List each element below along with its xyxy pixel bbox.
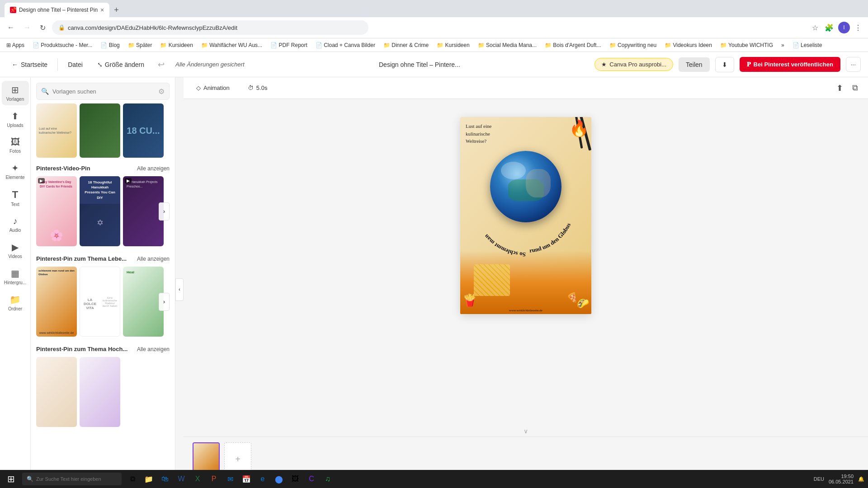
sidebar-item-uploads[interactable]: ⬆ Uploads [2, 107, 29, 131]
design-canvas[interactable]: 🔥 Lust auf eine kulinarische Weltreise? [460, 117, 591, 314]
taskbar: ⊞ 🔍 ⧉ 📁 🛍 W X P ✉ 📅 e ⬤ 🖼 C ♫ DEU 19:50 … [0, 470, 868, 488]
bookmark-wahlfächer[interactable]: 📁 Wahlfächer WU Aus... [199, 41, 264, 49]
sidebar-item-hintergruende[interactable]: ▦ Hintergru... [2, 264, 29, 289]
template-video-2[interactable]: ▶ 18 Thoughtful Hanukkah Presents You Ca… [80, 176, 120, 246]
duration-btn[interactable]: ⏱ 5.0s [242, 82, 273, 94]
filter-icon[interactable]: ⚙ [158, 87, 165, 96]
sidebar-item-text[interactable]: T Text [2, 185, 29, 211]
tab-title: Design ohne Titel – Pinterest Pin [19, 7, 98, 13]
taskbar-calendar[interactable]: 📅 [239, 472, 254, 486]
taskbar-ppt[interactable]: P [207, 472, 221, 486]
bookmark-kursideen1[interactable]: 📁 Kursideen [158, 41, 194, 49]
template-thumb-top-3[interactable]: 18 CU... [123, 103, 164, 158]
bookmark-leseliste[interactable]: 📄 Leseliste [791, 41, 824, 49]
taskbar-chrome[interactable]: ⬤ [272, 472, 286, 486]
file-menu-btn[interactable]: Datei [63, 58, 87, 71]
view-all-video-btn[interactable]: Alle anzeigen [137, 165, 170, 172]
animation-btn[interactable]: ◇ Animation [191, 82, 235, 94]
start-button[interactable]: ⊞ [4, 472, 19, 486]
bookmark-dinner[interactable]: 📁 Dinner & Crime [382, 41, 430, 49]
taskbar-search[interactable]: 🔍 [22, 473, 122, 485]
template-leben-1[interactable]: schlemmt man rund um den Globus www.wirk… [36, 267, 77, 337]
template-thumb-top-1[interactable]: Lust auf eine kulinarische Weltreise? [36, 103, 77, 158]
search-input[interactable] [52, 88, 155, 95]
undo-btn[interactable]: ↩ [154, 58, 168, 71]
reload-btn[interactable]: ↻ [37, 22, 48, 34]
bookmark-social[interactable]: 📁 Social Media Mana... [476, 41, 538, 49]
vorlagen-icon: ⊞ [11, 84, 19, 95]
view-all-leben-btn[interactable]: Alle anzeigen [137, 256, 170, 262]
canvas-scroll[interactable]: 🔥 Lust auf eine kulinarische Weltreise? [184, 99, 868, 426]
template-hoch-1[interactable] [36, 357, 77, 427]
sidebar-item-elemente[interactable]: ✦ Elemente [2, 159, 29, 183]
search-bar: 🔍 ⚙ [36, 83, 170, 100]
more-options-btn[interactable]: ··· [846, 57, 861, 72]
sidebar-item-vorlagen[interactable]: ⊞ Vorlagen [2, 81, 29, 105]
view-all-hoch-btn[interactable]: Alle anzeigen [137, 346, 170, 352]
pro-upgrade-btn[interactable]: ★ Canva Pro ausprobi... [594, 58, 673, 71]
copy-canvas-btn[interactable]: ⧉ [849, 81, 861, 94]
bookmark-pdf[interactable]: 📄 PDF Report [269, 41, 309, 49]
template-hoch-2[interactable] [80, 357, 120, 427]
bookmark-kursideen2[interactable]: 📁 Kursideen [435, 41, 471, 49]
pinterest-icon: 𝐏 [747, 61, 751, 68]
bookmark-blog[interactable]: 📄 Blog [99, 41, 121, 49]
bookmark-youtube[interactable]: 📁 Youtube WICHTIG [718, 41, 775, 49]
taskbar-word[interactable]: W [174, 472, 189, 486]
taskbar-mail[interactable]: ✉ [223, 472, 237, 486]
pinterest-publish-btn[interactable]: 𝐏 Bei Pinterest veröffentlichen [740, 57, 840, 72]
taskbar-photos[interactable]: 🖼 [288, 472, 302, 486]
home-button[interactable]: ← Startseite [7, 58, 52, 71]
back-btn[interactable]: ← [5, 22, 17, 33]
panel-down-arrow[interactable]: ∨ [524, 427, 528, 435]
menu-btn[interactable]: ⋮ [853, 22, 863, 34]
download-btn[interactable]: ⬇ [715, 57, 734, 72]
bookmark-produktsuche[interactable]: 📄 Produktsuche - Mer... [31, 41, 94, 49]
bookmark-btn[interactable]: ☆ [810, 22, 820, 34]
download-icon: ⬇ [722, 61, 727, 68]
bookmark-apps[interactable]: ⊞ Apps [5, 41, 26, 49]
clock-icon: ⏱ [248, 84, 254, 91]
bookmark-more[interactable]: » [779, 41, 786, 49]
sidebar-item-fotos[interactable]: 🖼 Fotos [2, 133, 29, 157]
taskbar-notification[interactable]: 🔔 [858, 476, 864, 482]
taskbar-edge[interactable]: e [255, 472, 270, 486]
bookmark-später[interactable]: 📁 Später [126, 41, 154, 49]
profile-btn[interactable]: I [838, 22, 850, 33]
forward-btn[interactable]: → [21, 22, 33, 33]
bookmark-videokurs[interactable]: 📁 Videokurs Ideen [663, 41, 714, 49]
share-btn[interactable]: Teilen [679, 57, 710, 72]
taskbar-explorer[interactable]: 📁 [142, 472, 156, 486]
bookmark-cload[interactable]: 📄 Cload + Canva Bilder [314, 41, 377, 49]
bookmark-copywriting[interactable]: 📁 Copywriting neu [608, 41, 658, 49]
taskbar-store[interactable]: 🛍 [158, 472, 172, 486]
taskbar-excel[interactable]: X [190, 472, 205, 486]
taskbar-search-input[interactable] [36, 476, 108, 482]
active-tab[interactable]: 📌 Design ohne Titel – Pinterest Pin × [5, 3, 109, 17]
bookmark-bois[interactable]: 📁 Bois d'Argent Duft... [543, 41, 603, 49]
tab-favicon: 📌 [10, 7, 16, 13]
svg-text:rund um den Globus: rund um den Globus [529, 222, 572, 254]
scroll-right-leben-btn[interactable]: › [159, 293, 170, 311]
panel-collapse-btn[interactable]: ‹ [175, 278, 184, 301]
template-thumb-top-2[interactable] [80, 103, 120, 158]
taskbar-canva[interactable]: C [304, 472, 319, 486]
share-canvas-btn[interactable]: ⬆ [834, 81, 846, 95]
sidebar-item-audio[interactable]: ♪ Audio [2, 212, 29, 236]
scroll-right-video-btn[interactable]: › [159, 202, 170, 221]
taskbar-spotify[interactable]: ♫ [321, 472, 335, 486]
template-video-3[interactable]: ▶ 23 Hanukkah Projects Preschoo... [123, 176, 164, 246]
close-tab-btn[interactable]: × [100, 6, 104, 14]
animation-icon: ◇ [196, 84, 201, 91]
template-video-1[interactable]: ▶ Easy Valentine's Day DIY Cards for Fri… [36, 176, 77, 246]
sidebar-item-videos[interactable]: ▶ Videos [2, 238, 29, 263]
template-leben-3[interactable]: Heal [123, 267, 164, 337]
extensions-btn[interactable]: 🧩 [823, 22, 835, 34]
bookmarks-bar: ⊞ Apps 📄 Produktsuche - Mer... 📄 Blog 📁 … [0, 38, 868, 52]
resize-btn[interactable]: ⤡ Größe ändern [93, 58, 149, 71]
new-tab-button[interactable]: + [110, 5, 123, 15]
address-bar[interactable]: 🔒 canva.com/design/DAEduZHabHk/6lc-Rwfew… [52, 20, 368, 35]
taskbar-taskview[interactable]: ⧉ [125, 472, 140, 486]
sidebar-item-ordner[interactable]: 📁 Ordner [2, 291, 29, 315]
template-leben-2[interactable]: LA DOLCE VITA Eine kulinarische Radtour … [80, 267, 120, 337]
